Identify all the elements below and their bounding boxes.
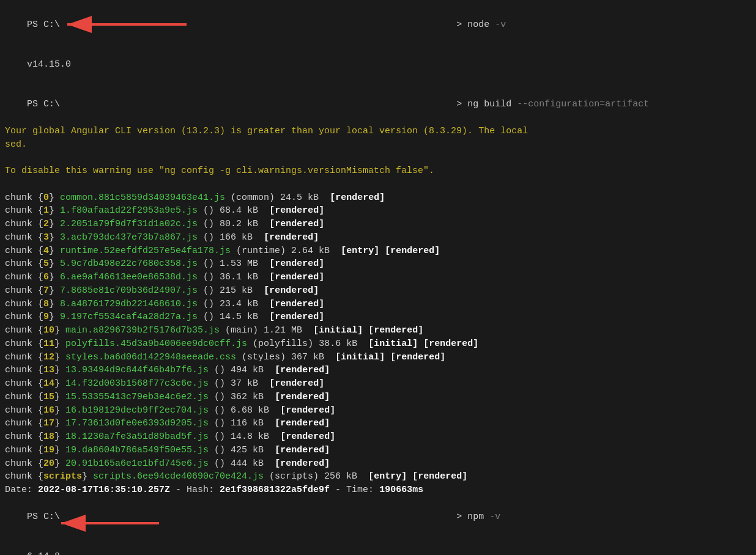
chunk-17: chunk {17} 17.73613d0fe0e6393d9205.js ()… bbox=[0, 417, 756, 430]
terminal-window: PS C:\ > node -v v14.15.0 PS C:\ bbox=[0, 0, 756, 555]
line-warning-1: Your global Angular CLI version (13.2.3)… bbox=[0, 125, 756, 138]
chunk-18: chunk {18} 18.1230a7fe3a51d89bad5f.js ()… bbox=[0, 430, 756, 444]
line-npm-prompt: PS C:\ > npm -v bbox=[0, 497, 756, 537]
line-date: Date: 2022-08-17T16:35:10.257Z - Hash: 2… bbox=[0, 483, 756, 497]
line-blank-2 bbox=[0, 178, 756, 191]
chunk-14: chunk {14} 14.f32d003b1568f77c3c6e.js ()… bbox=[0, 377, 756, 391]
chunk-13: chunk {13} 13.93494d9c844f46b4b7f6.js ()… bbox=[0, 364, 756, 377]
chunk-scripts: chunk {scripts} scripts.6ee94cde40690c70… bbox=[0, 470, 756, 483]
chunk-12: chunk {12} styles.ba6d06d1422948aeeade.c… bbox=[0, 351, 756, 364]
line-warning-2: sed. bbox=[0, 138, 756, 152]
chunk-8: chunk {8} 8.a48761729db221468610.js () 2… bbox=[0, 298, 756, 311]
chunk-1: chunk {1} 1.f80afaa1d22f2953a9e5.js () 6… bbox=[0, 204, 756, 218]
chunk-16: chunk {16} 16.b198129decb9ff2ec704.js ()… bbox=[0, 404, 756, 417]
chunk-5: chunk {5} 5.9c7db498e22c7680c358.js () 1… bbox=[0, 257, 756, 271]
chunk-9: chunk {9} 9.197cf5534caf4a28d27a.js () 1… bbox=[0, 311, 756, 324]
node-version-text: v14.15.0 bbox=[27, 59, 71, 70]
line-blank-1 bbox=[0, 151, 756, 164]
chunk-10: chunk {10} main.a8296739b2f5176d7b35.js … bbox=[0, 324, 756, 337]
chunk-19: chunk {19} 19.da8604b786a549f50e55.js ()… bbox=[0, 444, 756, 457]
chunk-2: chunk {2} 2.2051a79f9d7f31d1a02c.js () 8… bbox=[0, 218, 756, 231]
chunk-20: chunk {20} 20.91b165a6e1e1bfd745e6.js ()… bbox=[0, 457, 756, 471]
chunk-3: chunk {3} 3.acb793dc437e73b7a867.js () 1… bbox=[0, 231, 756, 244]
line-warning-3: To disable this warning use "ng config -… bbox=[0, 164, 756, 178]
line-ng-build-prompt: PS C:\ > ng build --configuration=artifa… bbox=[0, 85, 756, 125]
line-node-prompt: PS C:\ > node -v bbox=[0, 5, 756, 45]
chunk-7: chunk {7} 7.8685e81c709b36d24907.js () 2… bbox=[0, 284, 756, 298]
chunk-15: chunk {15} 15.53355413c79eb3e4c6e2.js ()… bbox=[0, 391, 756, 404]
ps-prompt: PS C:\ bbox=[27, 20, 60, 30]
line-node-version: v14.15.0 bbox=[0, 45, 756, 84]
chunk-6: chunk {6} 6.ae9af46613ee0e86538d.js () 3… bbox=[0, 271, 756, 284]
chunk-11: chunk {11} polyfills.45d3a9b4006ee9dc0cf… bbox=[0, 337, 756, 351]
chunk-4: chunk {4} runtime.52eefdfd257e5e4fa178.j… bbox=[0, 244, 756, 258]
line-npm-version: 6.14.8 bbox=[0, 537, 756, 555]
chunk-0: chunk {0} common.881c5859d34039463e41.js… bbox=[0, 191, 756, 205]
npm-version-text: 6.14.8 bbox=[27, 551, 60, 555]
